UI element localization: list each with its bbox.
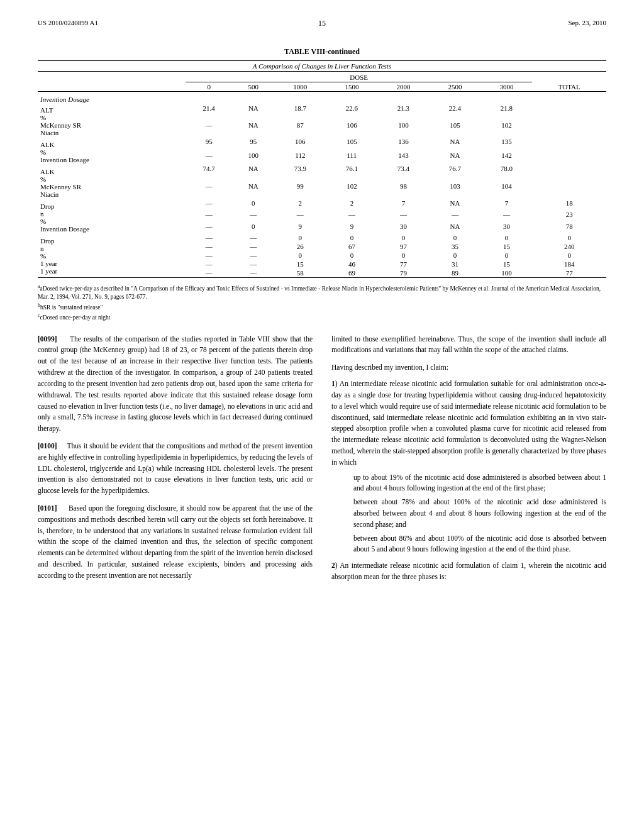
claim-2: 2) An intermediate release nicotinic aci… xyxy=(331,560,606,583)
para-text-0099: The results of the comparison of the stu… xyxy=(38,335,313,433)
claim-1-indent-1-text: up to about 19% of the nicotinic acid do… xyxy=(353,473,606,492)
alk1-pct-0: — xyxy=(186,151,233,165)
alk2-2000: 73.4 xyxy=(377,164,429,182)
alk1-pct-500: 100 xyxy=(232,151,274,165)
alk1-pct-label: % xyxy=(40,148,183,156)
left-column: [0099] The results of the comparison of … xyxy=(38,334,313,588)
table-row: ALK % McKenney SR Niacin 74.7 NA 73.9 76… xyxy=(38,164,606,182)
alk1-0: 95 xyxy=(186,137,233,151)
col-0: 0 xyxy=(186,82,233,92)
alt-pct-1000: 87 xyxy=(274,121,326,138)
alt-label: ALT xyxy=(40,106,183,114)
table-subtitle: A Comparison of Changes in Liver Functio… xyxy=(38,61,606,72)
right-para-1: Having described my invention, I claim: xyxy=(331,362,606,374)
alk2-500: NA xyxy=(232,164,274,182)
alt-pct-2500: 105 xyxy=(429,121,480,138)
table-title: TABLE VIII-continued xyxy=(38,47,606,57)
alk1-pct-3000: 142 xyxy=(480,151,532,165)
drop1-pct-label: % xyxy=(40,218,183,225)
claim-1-text: ) An intermediate release nicotinic acid… xyxy=(331,380,606,466)
alk1-1500: 105 xyxy=(326,137,377,151)
page-number: 15 xyxy=(38,19,606,28)
alk1-pct-2500: NA xyxy=(429,151,480,165)
alt-2500: 22.4 xyxy=(429,104,480,121)
alk2-1000: 73.9 xyxy=(274,164,326,182)
alk2-2500: 76.7 xyxy=(429,164,480,182)
alk2-pct-500: NA xyxy=(232,182,274,199)
alk1-pct-2000: 143 xyxy=(377,151,429,165)
drop2-label: Drop xyxy=(40,237,183,245)
alt-pct-3000: 102 xyxy=(480,121,532,138)
alt-pct-1500: 106 xyxy=(326,121,377,138)
alk1-pct-1500: 111 xyxy=(326,151,377,165)
alk2-1500: 76.1 xyxy=(326,164,377,182)
alk2-pct-2500: 103 xyxy=(429,182,480,199)
paragraph-0101: [0101] Based upon the foregoing disclosu… xyxy=(38,503,313,582)
table-row: Drop n % 1 year 1 year ——000000 xyxy=(38,233,606,242)
alt-3000: 21.8 xyxy=(480,104,532,121)
col-1000: 1000 xyxy=(274,82,326,92)
alk2-pct-0: — xyxy=(186,182,233,199)
table-row: ALT % McKenney SR Niacin 21.4 NA 18.7 22… xyxy=(38,104,606,121)
niacin-label: Niacin xyxy=(40,129,183,136)
alk1-label: ALK xyxy=(40,141,183,148)
drop1-n-label: n xyxy=(40,210,183,218)
alk1-3000: 135 xyxy=(480,137,532,151)
table-row: Invention Dosage xyxy=(38,92,606,104)
alk2-pct-2000: 98 xyxy=(377,182,429,199)
header-left: US 2010/0240899 A1 xyxy=(38,19,98,26)
invention-dosage-label: Invention Dosage xyxy=(38,92,606,104)
alt-500: NA xyxy=(232,104,274,121)
main-table: A Comparison of Changes in Liver Functio… xyxy=(38,60,606,278)
right-column: limited to those exemplified hereinabove… xyxy=(331,334,606,588)
drop1-inv-label: Invention Dosage xyxy=(40,225,183,233)
alk2-mckenney-label: McKenney SR xyxy=(40,183,183,191)
footnote-b: bbSR is "sustained release" xyxy=(38,302,606,312)
drop1-label: Drop xyxy=(40,202,183,210)
col-2000: 2000 xyxy=(377,82,429,92)
footnote-a: aaDosed twice-per-day as described in "A… xyxy=(38,283,606,302)
right-para-0: limited to those exemplified hereinabove… xyxy=(331,334,606,357)
drop2-1yr-label: 1 year xyxy=(40,260,183,267)
alk2-pct-label: % xyxy=(40,175,183,183)
col-total: TOTAL xyxy=(532,82,606,92)
header-right: Sep. 23, 2010 xyxy=(569,19,607,26)
claim-2-text: ) An intermediate release nicotinic acid… xyxy=(331,562,606,580)
table-row: Drop n % Invention Dosage —0227NA718 xyxy=(38,199,606,210)
table-row: ALK % Invention Dosage 95 95 106 105 136… xyxy=(38,137,606,151)
claim-1-indent-3: between about 86% and about 100% of the … xyxy=(344,533,606,556)
alk2-pct-3000: 104 xyxy=(480,182,532,199)
alk1-pct-1000: 112 xyxy=(274,151,326,165)
alk1-1000: 106 xyxy=(274,137,326,151)
alk1-inv-label: Invention Dosage xyxy=(40,156,183,163)
para-text-0101: Based upon the foregoing disclosure, it … xyxy=(38,504,313,579)
alk2-niacin-label: Niacin xyxy=(40,191,183,198)
alt-pct-0: — xyxy=(186,121,233,138)
alk1-2000: 136 xyxy=(377,137,429,151)
alk1-2500: NA xyxy=(429,137,480,151)
alt-2000: 21.3 xyxy=(377,104,429,121)
para-num-0101: [0101] xyxy=(38,504,57,512)
col-500: 500 xyxy=(232,82,274,92)
claim-1: 1) An intermediate release nicotinic aci… xyxy=(331,379,606,468)
alk2-3000: 78.0 xyxy=(480,164,532,182)
para-text-0100: Thus it should be evident that the compo… xyxy=(38,442,313,494)
paragraph-0100: [0100] Thus it should be evident that th… xyxy=(38,441,313,497)
drop2-pct-label: % xyxy=(40,252,183,260)
alt-0: 21.4 xyxy=(186,104,233,121)
paragraph-0099: [0099] The results of the comparison of … xyxy=(38,334,313,434)
para-num-0099: [0099] xyxy=(38,335,57,343)
claim-1-indent-3-text: between about 86% and about 100% of the … xyxy=(353,534,606,553)
drop2-n-label: n xyxy=(40,245,183,252)
body-columns: [0099] The results of the comparison of … xyxy=(38,334,606,588)
alk2-pct-1500: 102 xyxy=(326,182,377,199)
header: US 2010/0240899 A1 15 Sep. 23, 2010 xyxy=(38,19,606,28)
pct-label: % xyxy=(40,114,183,121)
para-num-0100: [0100] xyxy=(38,442,57,450)
alk2-0: 74.7 xyxy=(186,164,233,182)
alt-pct-2000: 100 xyxy=(377,121,429,138)
right-para-1-title: Having described my invention, I claim: xyxy=(331,363,448,371)
right-para-0-text: limited to those exemplified hereinabove… xyxy=(331,335,606,354)
dose-header: DOSE xyxy=(186,72,533,82)
table-section: TABLE VIII-continued A Comparison of Cha… xyxy=(38,47,606,323)
